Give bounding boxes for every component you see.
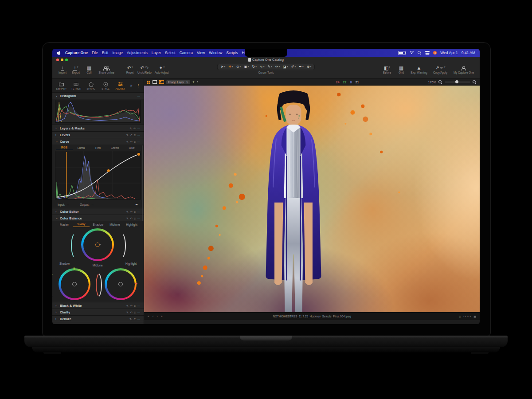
cb-tab-3way[interactable]: 3-Way — [73, 222, 90, 227]
select-tool[interactable]: ➤▾ — [221, 65, 225, 69]
panel-action-icons[interactable]: ✎ ↶ ≡ ⋯ — [126, 217, 141, 220]
panel-action-icons[interactable]: ✎ ↶ ≡ ⋯ — [126, 140, 141, 143]
export-button[interactable]: ↑▾ Export — [70, 64, 82, 74]
battery-icon[interactable] — [398, 51, 406, 55]
photo-canvas[interactable] — [144, 86, 480, 312]
menu-image[interactable]: Image — [112, 51, 123, 55]
clone-tool[interactable]: ✒▾ — [299, 65, 303, 69]
curve-tab-red[interactable]: Red — [90, 145, 106, 150]
midtone-right-slider[interactable] — [115, 232, 124, 258]
capture-one-menubar-icon[interactable] — [433, 51, 437, 55]
my-capture-one-button[interactable]: My Capture One — [452, 64, 475, 74]
panel-action-icons[interactable]: ⋯ — [137, 94, 141, 98]
wifi-icon[interactable] — [409, 51, 414, 55]
expand-tabs-button[interactable]: » — [128, 83, 134, 88]
black-white-panel-header[interactable]: › Black & White ✎ ↶ ≡ ⋯ — [52, 302, 144, 309]
import-button[interactable]: ↓ Import — [57, 64, 68, 74]
clarity-panel-header[interactable]: › Clarity ✎ ↶ ≡ ⋯ — [52, 309, 144, 315]
layers-masks-panel-header[interactable]: › Layers & Masks ✎ ↶ ⋯ — [52, 125, 144, 131]
heal-tool[interactable]: ✐▾ — [291, 65, 296, 69]
apple-logo-icon[interactable] — [57, 50, 61, 55]
shadow-left-slider[interactable] — [52, 271, 59, 297]
multi-view-icon[interactable] — [147, 81, 150, 84]
cb-tab-shadow[interactable]: Shadow — [90, 222, 106, 227]
levels-panel-header[interactable]: › Levels ✎ ↶ ≡ ⋯ — [52, 131, 144, 138]
spotlight-search-icon[interactable] — [418, 51, 422, 55]
curve-tab-rgb[interactable]: RGB — [56, 145, 73, 150]
control-center-icon[interactable] — [425, 51, 430, 55]
add-layer-button[interactable]: + — [192, 80, 195, 84]
vignetting-panel-header[interactable]: › Vignetting ✎ ↶ ≡ ⋯ — [52, 322, 144, 324]
menu-select[interactable]: Select — [165, 51, 176, 55]
dehaze-panel-header[interactable]: › Dehaze ✎ ↶ ⋯ — [52, 315, 144, 322]
menu-layer[interactable]: Layer — [152, 51, 161, 55]
panel-action-icons[interactable]: ✎ ↶ ⋯ — [129, 317, 141, 321]
tab-adjust[interactable]: ADJUST — [113, 82, 127, 90]
tabs-more-button[interactable]: ⋮ — [135, 83, 141, 88]
eyedropper-icon[interactable]: ✒ — [135, 203, 138, 207]
share-online-button[interactable]: Share online — [97, 64, 116, 74]
cb-tab-master[interactable]: Master — [56, 222, 73, 227]
straighten-tool[interactable]: ∿▾ — [260, 65, 264, 69]
spot-tool[interactable]: ⊕▾ — [307, 65, 311, 69]
tab-tether[interactable]: TETHER — [69, 82, 83, 90]
menu-scripts[interactable]: Scripts — [226, 51, 238, 55]
menu-view[interactable]: View — [197, 51, 205, 55]
panel-action-icons[interactable]: ✎ ↶ ≡ ⋯ — [126, 133, 141, 137]
cb-tab-midtone[interactable]: Midtone — [106, 222, 123, 227]
panel-action-icons[interactable]: ✎ ↶ ≡ ⋯ — [126, 311, 141, 314]
grid-button[interactable]: ▦ Grid — [395, 64, 407, 74]
sidebar-scrollbar[interactable] — [142, 145, 143, 221]
menu-edit[interactable]: Edit — [102, 51, 109, 55]
color-editor-panel-header[interactable]: › Color Editor ✎ ↶ ≡ ⋯ — [52, 208, 144, 215]
exposure-warning-button[interactable]: ▲ Exp. Warning — [410, 64, 428, 74]
menu-app-name[interactable]: Capture One — [65, 51, 88, 55]
shadow-color-wheel[interactable] — [59, 268, 90, 300]
zoom-slider[interactable] — [445, 82, 470, 82]
menu-date[interactable]: Wed Apr 1 — [440, 51, 458, 55]
curve-graph[interactable] — [55, 151, 141, 200]
proof-view-icon[interactable] — [159, 80, 164, 84]
shadow-wheel-center[interactable] — [72, 282, 77, 286]
curve-tab-green[interactable]: Green — [106, 145, 123, 150]
highlight-left-slider[interactable] — [96, 271, 105, 297]
midtone-left-slider[interactable] — [71, 232, 80, 258]
copy-apply-button[interactable]: ↗✒▾ Copy/Apply — [431, 64, 450, 74]
tab-shape[interactable]: SHAPE — [84, 82, 98, 90]
cb-tab-highlight[interactable]: Highlight — [123, 222, 140, 227]
tab-style[interactable]: STYLE — [99, 82, 113, 90]
crop-tool[interactable]: ▣▾ — [244, 65, 249, 69]
loupe-tool[interactable]: ⊙▾ — [236, 65, 241, 69]
erase-mask-tool[interactable]: ◪▾ — [283, 65, 288, 69]
zoom-out-icon[interactable] — [438, 80, 442, 84]
auto-adjust-button[interactable]: ✦▾ Auto Adjust — [153, 64, 170, 74]
rotate-tool[interactable]: ↻▾ — [252, 65, 257, 69]
before-button[interactable]: ◧▾ Before — [381, 64, 393, 74]
reset-button[interactable]: ↶▾ Reset — [124, 64, 136, 74]
menu-file[interactable]: File — [92, 51, 98, 55]
menu-window[interactable]: Window — [209, 51, 222, 55]
undo-redo-button[interactable]: ↶↷ Undo/Redo — [137, 64, 152, 74]
panel-action-icons[interactable]: ✎ ↶ ≡ ⋯ — [126, 324, 141, 325]
highlight-wheel-center[interactable] — [118, 282, 123, 286]
layer-selector[interactable]: Image Layer ⇅ — [166, 80, 190, 84]
zoom-level[interactable]: 176% — [428, 80, 436, 84]
panel-action-icons[interactable]: ✎ ↶ ≡ ⋯ — [126, 304, 141, 307]
curve-tab-luma[interactable]: Luma — [73, 145, 90, 150]
curve-panel-header[interactable]: ⌄ Curve ✎ ↶ ≡ ⋯ — [52, 138, 144, 145]
panel-action-icons[interactable]: ✎ ↶ ≡ ⋯ — [126, 210, 141, 213]
histogram-panel-header[interactable]: ⌄ Histogram ⋯ — [52, 93, 144, 99]
draw-mask-tool[interactable]: ✎▾ — [268, 65, 272, 69]
single-view-icon[interactable] — [153, 80, 157, 84]
pan-tool[interactable]: ✛▾ — [228, 65, 233, 69]
highlight-right-slider[interactable] — [137, 271, 144, 297]
zoom-in-icon[interactable] — [473, 80, 477, 84]
zoom-slider-knob[interactable] — [455, 80, 458, 83]
cull-button[interactable]: ▦ Cull — [83, 64, 95, 74]
curve-tab-blue[interactable]: Blue — [123, 145, 140, 150]
panel-action-icons[interactable]: ✎ ↶ ⋯ — [129, 127, 141, 130]
color-balance-panel-header[interactable]: ⌄ Color Balance ✎ ↶ ≡ ⋯ — [52, 215, 144, 221]
highlight-color-wheel[interactable] — [105, 268, 137, 300]
brush-tool[interactable]: ✏▾ — [275, 65, 280, 69]
menu-adjustments[interactable]: Adjustments — [127, 51, 148, 55]
